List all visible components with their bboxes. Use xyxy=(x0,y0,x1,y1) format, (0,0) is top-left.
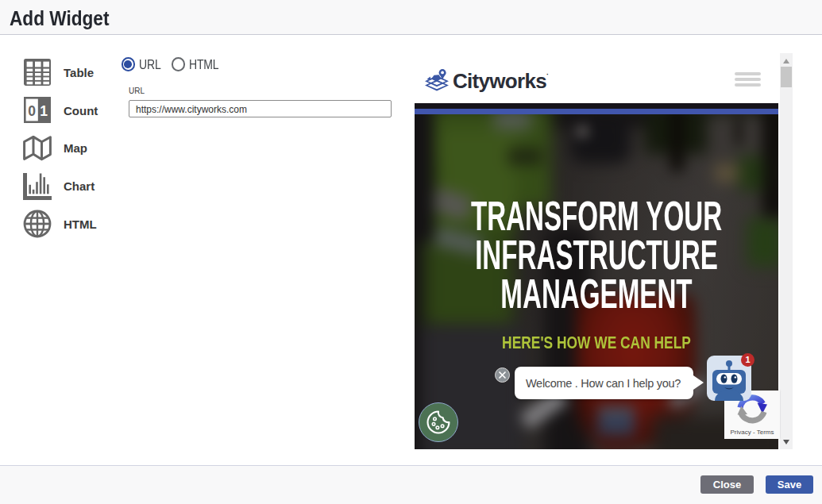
svg-text:1: 1 xyxy=(40,103,48,119)
svg-text:0: 0 xyxy=(28,103,36,119)
